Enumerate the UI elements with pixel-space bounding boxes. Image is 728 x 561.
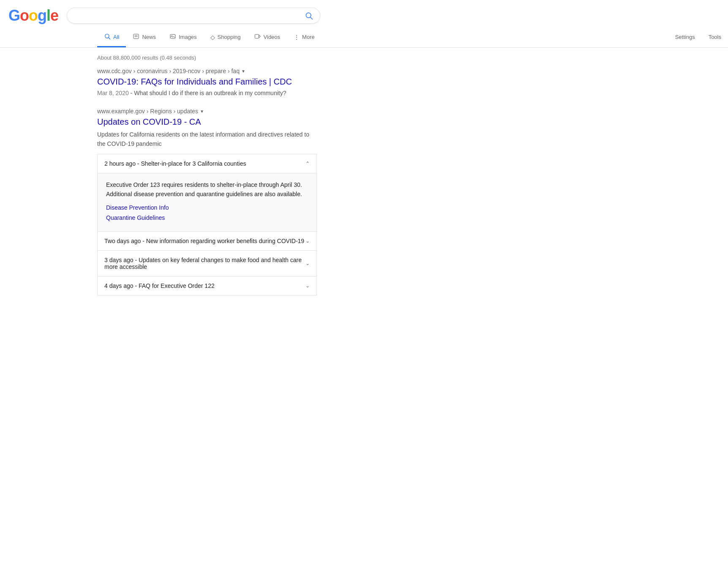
svg-rect-7: [170, 34, 175, 38]
expanded-content-1: Executive Order 123 requires residents t…: [98, 173, 316, 232]
result-cdc-url-text: www.cdc.gov › coronavirus › 2019-ncov › …: [97, 68, 240, 74]
expandable-row-2-text: Two days ago - New information regarding…: [104, 238, 304, 244]
expandable-label-4: FAQ for Executive Order 122: [139, 282, 215, 289]
search-button[interactable]: [305, 11, 313, 20]
expandable-row-1-text: 2 hours ago - Shelter-in-place for 3 Cal…: [104, 160, 246, 167]
chevron-up-1: ⌃: [305, 161, 310, 167]
disease-prevention-link[interactable]: Disease Prevention Info: [106, 204, 308, 211]
result-cdc-date: Mar 8, 2020: [97, 90, 129, 96]
expandable-time-2: Two days ago: [104, 238, 141, 244]
svg-line-3: [109, 38, 110, 39]
result-cdc-snippet-text: - What should I do if there is an outbre…: [131, 90, 286, 96]
tab-more[interactable]: ⋮ More: [287, 29, 322, 47]
svg-rect-9: [255, 34, 259, 38]
search-icon: [305, 11, 313, 20]
tab-videos[interactable]: Videos: [248, 28, 287, 47]
images-icon: [169, 33, 176, 41]
logo-l: l: [46, 7, 50, 25]
logo-o2: o: [29, 7, 38, 25]
more-dots-icon: ⋮: [294, 34, 300, 41]
chevron-down-2: ⌄: [305, 238, 310, 244]
expandable-time-1: 2 hours ago: [104, 160, 136, 167]
expandable-label-2: New information regarding worker benefit…: [146, 238, 304, 244]
expandable-container: 2 hours ago - Shelter-in-place for 3 Cal…: [97, 154, 317, 296]
expandable-row-4-text: 4 days ago - FAQ for Executive Order 122: [104, 282, 215, 289]
url-dropdown-arrow[interactable]: ▼: [241, 69, 245, 74]
expandable-row-4[interactable]: 4 days ago - FAQ for Executive Order 122…: [98, 276, 316, 295]
tab-shopping[interactable]: ◇ Shopping: [204, 29, 248, 47]
tab-all-label: All: [113, 34, 119, 40]
quarantine-guidelines-link[interactable]: Quarantine Guidelines: [106, 214, 308, 221]
chevron-down-3: ⌄: [305, 260, 310, 266]
expandable-row-3[interactable]: 3 days ago - Updates on key federal chan…: [98, 251, 316, 276]
result-ca-title[interactable]: Updates on COVID-19 - CA: [97, 117, 201, 126]
tab-all[interactable]: All: [97, 28, 126, 47]
shopping-icon: ◇: [210, 34, 215, 41]
logo-g: G: [8, 7, 20, 25]
logo-g2: g: [38, 7, 46, 25]
header: Google coronavirus in ca: [0, 0, 728, 25]
results-container: About 88,800,000 results (0.48 seconds) …: [0, 48, 317, 296]
search-bar[interactable]: coronavirus in ca: [67, 8, 320, 24]
result-cdc-snippet: Mar 8, 2020 - What should I do if there …: [97, 89, 317, 98]
expandable-separator-2: -: [142, 238, 146, 244]
results-count: About 88,800,000 results (0.48 seconds): [97, 51, 317, 68]
expandable-time-3: 3 days ago: [104, 257, 134, 263]
tabs-bar: All News Images ◇ Shopping: [0, 25, 728, 48]
tab-settings-label: Settings: [675, 34, 695, 40]
tab-more-label: More: [302, 34, 315, 40]
expanded-text-1: Executive Order 123 requires residents t…: [106, 180, 308, 199]
tab-news-label: News: [142, 34, 156, 40]
svg-line-1: [311, 17, 313, 19]
result-cdc-url: www.cdc.gov › coronavirus › 2019-ncov › …: [97, 68, 317, 74]
result-ca: www.example.gov › Regions › updates ▼ Up…: [97, 108, 317, 296]
search-input[interactable]: coronavirus in ca: [74, 12, 305, 19]
tab-images-label: Images: [179, 34, 197, 40]
google-logo: Google: [8, 7, 58, 25]
result-ca-url: www.example.gov › Regions › updates ▼: [97, 108, 317, 115]
tab-videos-label: Videos: [264, 34, 281, 40]
svg-marker-10: [259, 35, 260, 38]
expandable-row-3-text: 3 days ago - Updates on key federal chan…: [104, 257, 305, 270]
expandable-separator-4: -: [135, 282, 139, 289]
result-ca-description: Updates for California residents on the …: [97, 130, 317, 149]
expandable-label-3: Updates on key federal changes to make f…: [104, 257, 302, 270]
news-icon: [133, 33, 139, 41]
svg-rect-4: [134, 34, 139, 39]
result-cdc: www.cdc.gov › coronavirus › 2019-ncov › …: [97, 68, 317, 98]
tab-tools[interactable]: Tools: [702, 29, 728, 47]
all-icon: [104, 33, 111, 41]
tab-shopping-label: Shopping: [218, 34, 241, 40]
ca-url-dropdown-arrow[interactable]: ▼: [200, 109, 204, 114]
videos-icon: [254, 33, 261, 41]
expandable-separator-3: -: [135, 257, 139, 263]
logo-o1: o: [20, 7, 29, 25]
chevron-down-4: ⌄: [305, 283, 310, 289]
expandable-label-1: Shelter-in-place for 3 California counti…: [141, 160, 246, 167]
expandable-time-4: 4 days ago: [104, 282, 134, 289]
expandable-row-2[interactable]: Two days ago - New information regarding…: [98, 232, 316, 251]
tab-settings[interactable]: Settings: [668, 29, 702, 47]
settings-tools-group: Settings Tools: [668, 29, 728, 47]
logo-e: e: [50, 7, 58, 25]
tab-tools-label: Tools: [709, 34, 721, 40]
expandable-row-1[interactable]: 2 hours ago - Shelter-in-place for 3 Cal…: [98, 154, 316, 173]
result-ca-url-text: www.example.gov › Regions › updates: [97, 108, 198, 115]
tab-news[interactable]: News: [126, 28, 163, 47]
result-cdc-title[interactable]: COVID-19: FAQs for Individuals and Famil…: [97, 77, 292, 86]
tab-images[interactable]: Images: [163, 28, 204, 47]
